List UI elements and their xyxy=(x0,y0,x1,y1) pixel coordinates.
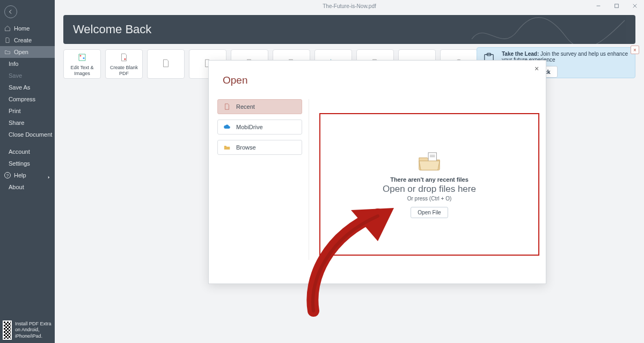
label: Browse xyxy=(236,144,256,151)
open-dialog: Open × Recent MobiDrive Browse xyxy=(208,60,546,284)
open-file-button[interactable]: Open File xyxy=(411,207,448,218)
window-minimize-button[interactable] xyxy=(589,0,608,12)
sidebar-item-create[interactable]: Create xyxy=(0,34,55,46)
tile-label: Create Blank PDF xyxy=(106,65,142,77)
file-menu-sidebar: Home Create Open Info Save Save As Compr… xyxy=(0,0,55,343)
dialog-close-button[interactable]: × xyxy=(532,64,541,73)
drop-headline: Open or drop files here xyxy=(383,184,476,195)
label: Save As xyxy=(9,84,30,91)
folder-icon xyxy=(223,144,231,151)
tile-tool-3[interactable] xyxy=(147,49,185,79)
promo-text: Install PDF Extra on Android, iPhone/iPa… xyxy=(15,321,52,339)
sidebar-item-account[interactable]: Account xyxy=(0,146,55,158)
sidebar-item-info[interactable]: Info xyxy=(0,58,55,70)
svg-rect-1 xyxy=(615,4,619,8)
label: Help xyxy=(14,172,26,178)
drop-hint: Or press (Ctrl + O) xyxy=(407,196,452,202)
page-icon xyxy=(160,58,171,69)
drop-zone[interactable]: There aren't any recent files Open or dr… xyxy=(319,113,539,256)
no-recent-text: There aren't any recent files xyxy=(390,176,469,183)
window-close-button[interactable] xyxy=(626,0,644,12)
label: Compress xyxy=(9,96,35,102)
folder-document-icon xyxy=(417,151,442,172)
document-title: The-Future-is-Now.pdf xyxy=(323,3,376,9)
folder-open-icon xyxy=(4,49,11,55)
label: Share xyxy=(9,120,24,126)
arrow-left-icon xyxy=(8,9,14,15)
open-source-recent[interactable]: Recent xyxy=(217,99,302,114)
back-button[interactable] xyxy=(4,5,17,18)
document-icon xyxy=(4,37,11,43)
label: Save xyxy=(9,72,22,79)
sidebar-item-home[interactable]: Home xyxy=(0,23,55,34)
label: Create xyxy=(14,37,32,43)
signature-decoration xyxy=(469,15,630,44)
qr-code-icon xyxy=(3,320,12,340)
sidebar-item-closedoc[interactable]: Close Document xyxy=(0,129,55,140)
label: Recent xyxy=(236,103,255,110)
blank-pdf-icon xyxy=(119,52,129,63)
label: MobiDrive xyxy=(236,124,263,130)
divider xyxy=(309,99,309,260)
sidebar-item-settings[interactable]: Settings xyxy=(0,158,55,169)
open-source-mobidrive[interactable]: MobiDrive xyxy=(217,120,302,135)
window-maximize-button[interactable] xyxy=(608,0,626,12)
tile-edit-text-images[interactable]: Edit Text & Images xyxy=(63,49,101,79)
label: Settings xyxy=(9,160,30,167)
label: Info xyxy=(9,61,18,67)
label: Close Document xyxy=(9,131,52,138)
label: Print xyxy=(9,108,21,114)
chevron-right-icon xyxy=(47,174,50,177)
dialog-title: Open xyxy=(223,74,247,86)
feedback-close-button[interactable]: × xyxy=(631,46,639,54)
welcome-title: Welcome Back xyxy=(73,23,151,36)
sidebar-item-share[interactable]: Share xyxy=(0,117,55,129)
open-dialog-sidebar: Recent MobiDrive Browse xyxy=(217,99,302,155)
help-icon: ? xyxy=(4,172,11,178)
sidebar-item-about[interactable]: About xyxy=(0,181,55,193)
tile-create-blank-pdf[interactable]: Create Blank PDF xyxy=(105,49,143,79)
tile-label: Edit Text & Images xyxy=(64,65,100,77)
sidebar-item-saveas[interactable]: Save As xyxy=(0,81,55,93)
open-source-browse[interactable]: Browse xyxy=(217,140,302,155)
feedback-lead: Take the Lead: xyxy=(502,51,539,57)
promo-install-mobile[interactable]: Install PDF Extra on Android, iPhone/iPa… xyxy=(3,320,52,340)
label: Home xyxy=(14,25,30,32)
sidebar-item-open[interactable]: Open xyxy=(0,46,55,58)
label: Account xyxy=(9,148,30,155)
svg-point-5 xyxy=(83,57,85,59)
label: About xyxy=(9,184,24,190)
label: Open xyxy=(14,49,28,55)
svg-point-4 xyxy=(80,55,82,56)
cloud-icon xyxy=(223,123,231,131)
sidebar-item-help[interactable]: ? Help xyxy=(0,169,55,181)
sidebar-item-print[interactable]: Print xyxy=(0,105,55,117)
sidebar-item-save[interactable]: Save xyxy=(0,70,55,81)
sidebar-item-compress[interactable]: Compress xyxy=(0,93,55,105)
welcome-banner: Welcome Back xyxy=(63,15,635,44)
titlebar: The-Future-is-Now.pdf xyxy=(55,0,644,12)
home-icon xyxy=(4,25,11,32)
main-area: The-Future-is-Now.pdf Welcome Back Edit … xyxy=(55,0,644,343)
edit-icon xyxy=(77,52,87,63)
document-icon xyxy=(223,103,231,110)
